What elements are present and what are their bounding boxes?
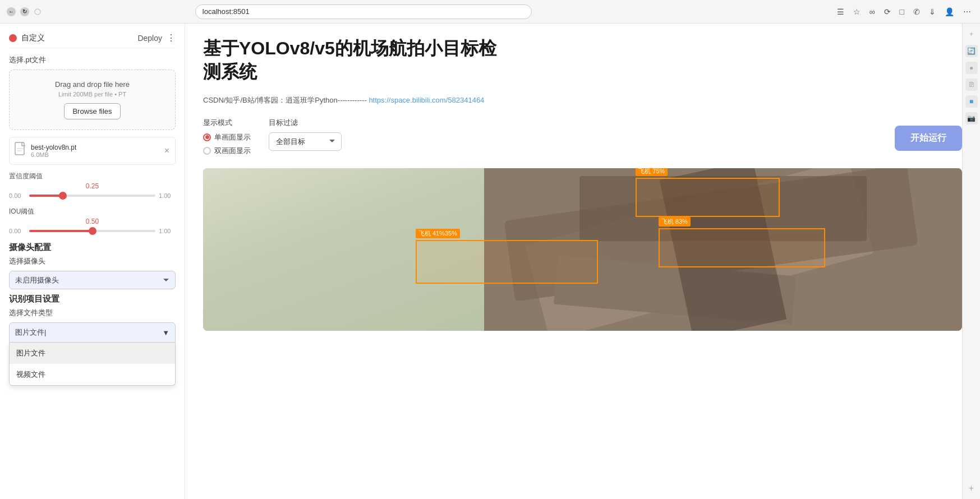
radio-double[interactable]: 双画面显示 bbox=[203, 146, 251, 156]
dropdown-arrow-icon: ▼ bbox=[162, 329, 169, 337]
browser-chrome: ← ↻ localhost:8501 ☰ ☆ ∞ ⟳ □ ✆ ⇓ 👤 ⋯ bbox=[0, 0, 980, 24]
file-size: 6.0MB bbox=[31, 151, 159, 158]
ext-icon-4[interactable]: 🖹 bbox=[965, 78, 978, 91]
reader-mode-button[interactable]: ☰ bbox=[835, 6, 846, 17]
camera-select-label: 选择摄像头 bbox=[9, 256, 176, 266]
refresh-button[interactable]: ↻ bbox=[20, 7, 29, 16]
detection-box-1: 飞机 75% bbox=[636, 178, 780, 217]
app-title-bar: 自定义 bbox=[9, 33, 45, 43]
ext-icon-3[interactable]: ● bbox=[965, 62, 978, 74]
file-name: best-yolov8n.pt bbox=[31, 144, 159, 151]
ext1-button[interactable]: ∞ bbox=[867, 6, 877, 17]
detection-label-2: 飞机 41%35% bbox=[416, 229, 460, 238]
file-remove-button[interactable]: × bbox=[163, 145, 171, 157]
file-type-value: 图片文件| bbox=[15, 327, 46, 338]
file-type-dropdown-menu: 图片文件 视频文件 bbox=[9, 343, 176, 386]
filter-section: 目标过滤 全部目标 bbox=[269, 118, 342, 151]
browser-actions: ☰ ☆ ∞ ⟳ □ ✆ ⇓ 👤 ⋯ bbox=[835, 6, 973, 17]
description-row: CSDN/知乎/B站/博客园：逍遥班学Python------------ ht… bbox=[203, 95, 962, 107]
controls-row: 显示模式 单画面显示 双画面显示 目标过滤 全部目标 bbox=[203, 118, 962, 159]
page-title-line2: 测系统 bbox=[203, 62, 257, 82]
iou-slider-row: 0.00 1.00 bbox=[9, 228, 176, 234]
file-section-label: 选择.pt文件 bbox=[9, 55, 176, 65]
filter-select[interactable]: 全部目标 bbox=[269, 132, 342, 151]
app-name: 自定义 bbox=[21, 33, 45, 43]
aerial-image: 飞机 75% 飞机 41%35% 飞机 83% bbox=[203, 168, 962, 331]
extension-sidebar: + 🔄 ● 🖹 ■ 📷 + bbox=[962, 24, 980, 499]
ext-icon-5[interactable]: ■ bbox=[965, 95, 978, 108]
ext-icon-2[interactable]: 🔄 bbox=[965, 45, 978, 57]
right-panel: 基于YOLOv8/v5的机场航拍小目标检 测系统 CSDN/知乎/B站/博客园：… bbox=[185, 24, 980, 499]
confidence-slider-section: 置信度阈值 0.25 0.00 1.00 bbox=[9, 172, 176, 199]
status-dot bbox=[9, 34, 17, 42]
camera-section-heading: 摄像头配置 bbox=[9, 242, 176, 253]
drop-zone-title: Drag and drop file here bbox=[19, 80, 166, 89]
image-display-area: 飞机 75% 飞机 41%35% 飞机 83% bbox=[203, 168, 962, 331]
left-panel: 自定义 Deploy ⋮ 选择.pt文件 Drag and drop file … bbox=[0, 24, 185, 499]
more-button[interactable]: ⋯ bbox=[961, 6, 973, 17]
iou-value: 0.50 bbox=[9, 218, 176, 225]
iou-label: IOU阈值 bbox=[9, 207, 176, 216]
detection-box-2: 飞机 41%35% bbox=[416, 240, 598, 284]
radio-single-circle bbox=[203, 133, 211, 141]
radio-single-label: 单画面显示 bbox=[214, 132, 251, 142]
camera-select[interactable]: 未启用摄像头 bbox=[9, 271, 176, 289]
panel-top-bar: 自定义 Deploy ⋮ bbox=[9, 33, 176, 48]
downloads-button[interactable]: ⇓ bbox=[927, 6, 938, 17]
detection-label-3: 飞机 83% bbox=[659, 217, 691, 227]
ext2-button[interactable]: ⟳ bbox=[882, 6, 893, 17]
panel-menu-button[interactable]: ⋮ bbox=[167, 33, 176, 43]
page-title-line1: 基于YOLOv8/v5的机场航拍小目标检 bbox=[203, 38, 496, 58]
detection-box-3: 飞机 83% bbox=[659, 228, 826, 267]
file-drop-zone[interactable]: Drag and drop file here Limit 200MB per … bbox=[9, 70, 176, 130]
ext-add-icon[interactable]: + bbox=[965, 482, 978, 495]
svg-point-0 bbox=[35, 9, 40, 15]
radio-single-dot bbox=[205, 135, 209, 139]
confidence-slider-row: 0.00 1.00 bbox=[9, 192, 176, 199]
filter-label: 目标过滤 bbox=[269, 118, 342, 128]
detection-label-1: 飞机 75% bbox=[636, 168, 668, 176]
confidence-label: 置信度阈值 bbox=[9, 172, 176, 181]
recognition-section-heading: 识别项目设置 bbox=[9, 294, 176, 304]
confidence-slider[interactable] bbox=[29, 195, 155, 197]
detection-overlay: 飞机 75% 飞机 41%35% 飞机 83% bbox=[203, 168, 962, 331]
file-type-option-video[interactable]: 视频文件 bbox=[10, 364, 175, 385]
radio-double-label: 双画面显示 bbox=[214, 146, 251, 156]
display-mode-section: 显示模式 单画面显示 双画面显示 bbox=[203, 118, 251, 159]
iou-max: 1.00 bbox=[159, 228, 176, 234]
drop-zone-subtitle: Limit 200MB per file • PT bbox=[19, 91, 166, 98]
iou-min: 0.00 bbox=[9, 228, 26, 234]
radio-single[interactable]: 单画面显示 bbox=[203, 132, 251, 142]
bookmark-button[interactable]: ✆ bbox=[911, 6, 922, 17]
deploy-button[interactable]: Deploy bbox=[137, 33, 162, 43]
file-document-icon bbox=[14, 142, 26, 160]
file-type-label: 选择文件类型 bbox=[9, 308, 176, 318]
file-type-option-image[interactable]: 图片文件 bbox=[10, 343, 175, 364]
page-title: 基于YOLOv8/v5的机场航拍小目标检 测系统 bbox=[203, 37, 962, 84]
back-button[interactable]: ← bbox=[7, 7, 16, 16]
confidence-value: 0.25 bbox=[9, 182, 176, 190]
file-info: best-yolov8n.pt 6.0MB bbox=[31, 144, 159, 158]
app-container: 自定义 Deploy ⋮ 选择.pt文件 Drag and drop file … bbox=[0, 24, 980, 499]
iou-slider-section: IOU阈值 0.50 0.00 1.00 bbox=[9, 207, 176, 234]
confidence-min: 0.00 bbox=[9, 192, 26, 199]
ext-icon-1[interactable]: + bbox=[965, 28, 978, 40]
radio-double-circle bbox=[203, 147, 211, 155]
split-button[interactable]: □ bbox=[898, 6, 907, 17]
bilibili-link[interactable]: https://space.bilibili.com/582341464 bbox=[369, 96, 484, 104]
description-text: CSDN/知乎/B站/博客园：逍遥班学Python------------ bbox=[203, 96, 367, 104]
url-bar[interactable]: localhost:8501 bbox=[195, 4, 532, 19]
ext-icon-6[interactable]: 📷 bbox=[965, 112, 978, 124]
iou-slider[interactable] bbox=[29, 230, 155, 232]
uploaded-file-item: best-yolov8n.pt 6.0MB × bbox=[9, 137, 176, 165]
profile-button[interactable]: 👤 bbox=[942, 6, 956, 17]
file-type-dropdown-trigger[interactable]: 图片文件| ▼ bbox=[9, 322, 176, 343]
file-type-dropdown: 图片文件| ▼ 图片文件 视频文件 bbox=[9, 322, 176, 343]
confidence-max: 1.00 bbox=[159, 192, 176, 199]
run-button[interactable]: 开始运行 bbox=[895, 126, 962, 151]
display-mode-label: 显示模式 bbox=[203, 118, 251, 128]
browse-files-button[interactable]: Browse files bbox=[64, 103, 120, 119]
url-text: localhost:8501 bbox=[203, 7, 250, 16]
star-button[interactable]: ☆ bbox=[851, 6, 863, 17]
